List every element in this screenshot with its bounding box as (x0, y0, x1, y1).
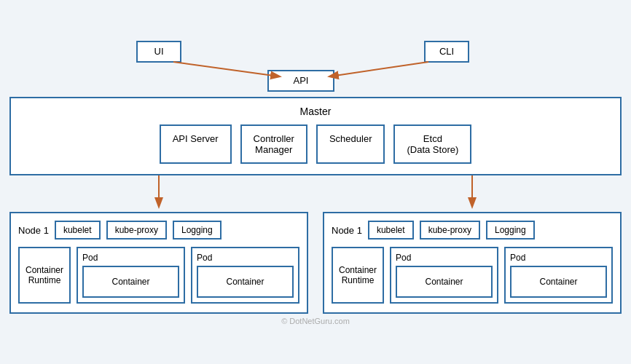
node2-box: Node 1 kubelet kube-proxy Logging Contai… (323, 212, 622, 314)
node2-pod2-container: Container (510, 266, 607, 298)
node2-pod1: Pod Container (390, 247, 498, 304)
ui-label: UI (154, 46, 164, 57)
node1-pod1: Pod Container (77, 247, 185, 304)
watermark: © DotNetGuru.com (281, 317, 350, 325)
etcd-box: Etcd(Data Store) (393, 124, 471, 164)
node2-kubeproxy-badge: kube-proxy (420, 221, 480, 240)
cli-label: CLI (439, 46, 454, 57)
scheduler-box: Scheduler (316, 124, 385, 164)
node2-pod1-label: Pod (396, 253, 493, 263)
node2-pod2-label: Pod (510, 253, 607, 263)
node1-container-runtime: ContainerRuntime (18, 247, 71, 304)
api-server-label: API Server (173, 133, 219, 144)
master-components: API Server ControllerManager Scheduler E… (23, 124, 608, 164)
svg-line-3 (173, 62, 279, 76)
svg-line-4 (330, 62, 428, 76)
node1-pod1-label: Pod (82, 253, 179, 263)
node1-content: ContainerRuntime Pod Container Pod Conta… (18, 247, 299, 304)
api-label: API (294, 75, 309, 86)
node1-box: Node 1 kubelet kube-proxy Logging Contai… (9, 212, 308, 314)
node2-top-row: Node 1 kubelet kube-proxy Logging (332, 221, 613, 240)
node1-kubeproxy-badge: kube-proxy (106, 221, 167, 240)
node1-kubelet-badge: kubelet (55, 221, 101, 240)
node2-content: ContainerRuntime Pod Container Pod Conta… (332, 247, 613, 304)
node1-pod2-container: Container (197, 266, 294, 298)
node2-label: Node 1 (332, 225, 362, 236)
node2-logging-badge: Logging (486, 221, 535, 240)
node2-pod1-container: Container (396, 266, 493, 298)
api-server-box: API Server (160, 124, 232, 164)
node1-pod2-label: Pod (197, 253, 294, 263)
scheduler-label: Scheduler (329, 133, 372, 144)
controller-manager-box: ControllerManager (240, 124, 307, 164)
etcd-label: Etcd(Data Store) (407, 133, 458, 155)
node2-kubelet-badge: kubelet (368, 221, 414, 240)
master-box: Master API Server ControllerManager Sche… (9, 97, 622, 175)
top-arrows: UI CLI API (9, 39, 622, 97)
node1-top-row: Node 1 kubelet kube-proxy Logging (18, 221, 299, 240)
nodes-row: Node 1 kubelet kube-proxy Logging Contai… (9, 212, 622, 314)
controller-manager-label: ControllerManager (254, 133, 294, 155)
node1-logging-badge: Logging (173, 221, 222, 240)
node1-label: Node 1 (18, 225, 49, 236)
master-label: Master (23, 106, 608, 117)
node2-pod2: Pod Container (504, 247, 613, 304)
master-to-nodes-arrows (9, 175, 622, 212)
node1-pod1-container: Container (82, 266, 179, 298)
diagram: UI CLI API Master API Server (9, 39, 622, 325)
node2-container-runtime: ContainerRuntime (332, 247, 384, 304)
node1-pod2: Pod Container (191, 247, 299, 304)
